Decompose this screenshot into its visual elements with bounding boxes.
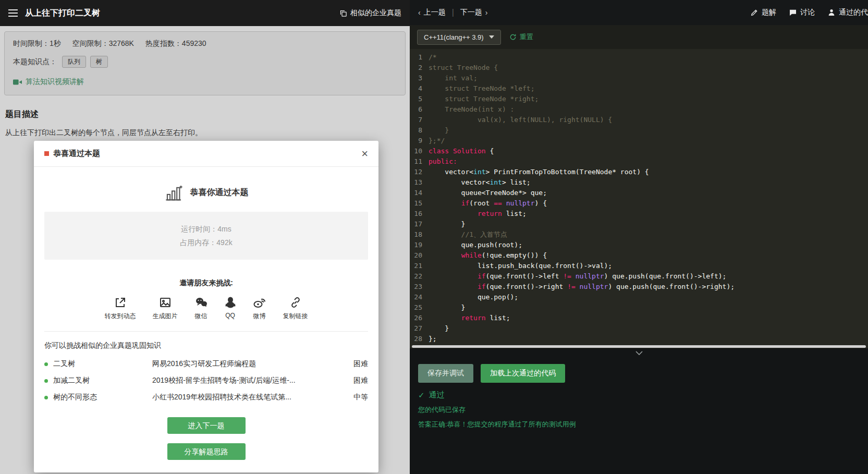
result-status: ✓ 通过 — [418, 390, 860, 400]
next-problem-button[interactable]: 进入下一题 — [167, 417, 246, 434]
line-number: 8 — [410, 125, 429, 136]
tag-tree[interactable]: 树 — [90, 56, 108, 68]
code-line[interactable]: 20 while(!que.empty()) { — [410, 250, 868, 261]
code-line[interactable]: 14 queue<TreeNode*> que; — [410, 188, 868, 198]
code-line[interactable]: 24 que.pop(); — [410, 292, 868, 302]
tag-queue[interactable]: 队列 — [62, 56, 86, 68]
congrats-row: 恭喜你通过本题 — [34, 184, 378, 201]
reset-code-button[interactable]: 重置 — [509, 32, 533, 42]
menu-icon[interactable] — [8, 9, 18, 17]
code-line[interactable]: 11public: — [410, 156, 868, 167]
share-qq[interactable]: QQ — [225, 296, 236, 321]
code-line[interactable]: 28}; — [410, 334, 868, 344]
line-number: 2 — [410, 63, 429, 73]
share-weibo[interactable]: 微博 — [253, 296, 266, 321]
code-line[interactable]: 27 } — [410, 323, 868, 334]
code-line[interactable]: 5 struct TreeNode *right; — [410, 94, 868, 104]
solution-explain-link[interactable]: 题解 — [750, 8, 776, 17]
code-line[interactable]: 15 if(root == nullptr) { — [410, 198, 868, 209]
problem-title: 从上往下打印二叉树 — [25, 8, 100, 19]
share-forward[interactable]: 转发到动态 — [105, 296, 136, 321]
achievement-chart-icon — [164, 184, 184, 201]
share-image[interactable]: 生成图片 — [153, 296, 178, 321]
similar-problems-link[interactable]: 相似的企业真题 — [339, 8, 401, 18]
editor-hscrollbar[interactable] — [410, 344, 868, 348]
code-text: } — [429, 302, 465, 313]
language-value: C++11(clang++ 3.9) — [424, 33, 484, 41]
code-line[interactable]: 7 val(x), left(NULL), right(NULL) { — [410, 115, 868, 125]
share-copy-link[interactable]: 复制链接 — [283, 296, 308, 321]
modal-title-icon — [44, 151, 49, 156]
problem-source: 小红书2019年校园招聘技术类在线笔试第... — [152, 393, 345, 402]
code-text: que.push(root); — [429, 240, 522, 250]
code-text: class Solution { — [429, 146, 494, 156]
code-line[interactable]: 3 int val; — [410, 73, 868, 83]
code-text: val(x), left(NULL), right(NULL) { — [429, 115, 612, 125]
share-solution-button[interactable]: 分享解题思路 — [167, 443, 246, 460]
code-line[interactable]: 8 } — [410, 125, 868, 136]
bullet-icon — [44, 396, 48, 399]
code-editor[interactable]: 1/*2struct TreeNode {3 int val;4 struct … — [410, 49, 868, 344]
code-line[interactable]: 17 } — [410, 219, 868, 229]
code-line[interactable]: 4 struct TreeNode *left; — [410, 83, 868, 94]
code-line[interactable]: 13 vector<int> list; — [410, 177, 868, 188]
load-last-passed-button[interactable]: 加载上次通过的代码 — [481, 364, 565, 383]
code-line[interactable]: 6 TreeNode(int x) : — [410, 104, 868, 115]
editor-toolbar: C++11(clang++ 3.9) 重置 — [410, 25, 868, 49]
line-number: 18 — [410, 229, 429, 240]
similar-problem-row[interactable]: 树的不同形态 小红书2019年校园招聘技术类在线笔试第... 中等 — [44, 389, 368, 406]
language-select[interactable]: C++11(clang++ 3.9) — [417, 30, 501, 45]
close-icon[interactable]: × — [361, 148, 368, 160]
problem-name: 加减二叉树 — [53, 376, 152, 385]
status-badge: 通过 — [429, 390, 445, 400]
code-line[interactable]: 9};*/ — [410, 136, 868, 146]
similar-problem-row[interactable]: 二叉树 网易2016实习研发工程师编程题 困难 — [44, 356, 368, 372]
line-number: 5 — [410, 94, 429, 104]
code-line[interactable]: 25 } — [410, 302, 868, 313]
success-modal: 恭喜通过本题 × 恭喜你通过本题 运行时间：4ms 占用内存：492k 邀请朋友… — [34, 141, 378, 472]
code-line[interactable]: 16 return list; — [410, 209, 868, 219]
code-line[interactable]: 26 return list; — [410, 313, 868, 323]
discussion-link[interactable]: 讨论 — [789, 8, 815, 17]
code-line[interactable]: 1/* — [410, 52, 868, 63]
code-line[interactable]: 10class Solution { — [410, 146, 868, 156]
similar-problem-row[interactable]: 加减二叉树 2019校招-留学生招聘专场-测试/后端/运维-... 困难 — [44, 372, 368, 389]
code-line[interactable]: 21 list.push_back(que.front()->val); — [410, 261, 868, 271]
code-text: vector<int> PrintFromTopToBottom(TreeNod… — [429, 167, 649, 177]
code-text: queue<TreeNode*> que; — [429, 188, 547, 198]
problem-difficulty: 中等 — [345, 393, 368, 402]
space-limit: 空间限制：32768K — [72, 39, 134, 47]
problem-description: 从上往下打印出二叉树的每个节点，同层节点从左至右打印。 — [5, 128, 410, 138]
share-wechat[interactable]: 微信 — [194, 296, 208, 321]
code-line[interactable]: 12 vector<int> PrintFromTopToBottom(Tree… — [410, 167, 868, 177]
code-lines[interactable]: 1/*2struct TreeNode {3 int val;4 struct … — [410, 52, 868, 344]
bullet-icon — [44, 362, 48, 366]
code-panel: ‹ 上一题 | 下一题 › 题解 讨论 — [410, 0, 868, 474]
code-line[interactable]: 19 que.push(root); — [410, 240, 868, 250]
modal-title: 恭喜通过本题 — [53, 149, 100, 159]
code-line[interactable]: 22 if(que.front()->left != nullptr) que.… — [410, 271, 868, 282]
line-number: 6 — [410, 104, 429, 115]
save-debug-button[interactable]: 保存并调试 — [418, 364, 473, 383]
prev-problem-label: 上一题 — [424, 8, 446, 17]
next-problem-link[interactable]: 下一题 › — [460, 8, 488, 17]
passed-code-link[interactable]: 通过的代码 — [827, 8, 868, 17]
person-icon — [827, 8, 836, 17]
line-number: 9 — [410, 136, 429, 146]
collapse-editor-handle[interactable] — [410, 348, 868, 358]
code-text: } — [429, 219, 465, 229]
prev-problem-link[interactable]: ‹ 上一题 — [418, 8, 446, 17]
code-line[interactable]: 18 //1、入首节点 — [410, 229, 868, 240]
result-area: ✓ 通过 您的代码已保存 答案正确:恭喜！您提交的程序通过了所有的测试用例 — [410, 383, 868, 436]
code-text: }; — [429, 334, 437, 344]
share-row: 转发到动态 生成图片 微信 — [34, 296, 378, 321]
code-line[interactable]: 23 if(que.front()->right != nullptr) que… — [410, 282, 868, 292]
line-number: 20 — [410, 250, 429, 261]
code-text: list.push_back(que.front()->val); — [429, 261, 612, 271]
code-line[interactable]: 2struct TreeNode { — [410, 63, 868, 73]
code-text: vector<int> list; — [429, 177, 531, 188]
nav-divider: | — [452, 8, 454, 17]
qq-icon — [225, 296, 236, 309]
video-tutorial-link[interactable]: 算法知识视频讲解 — [13, 77, 84, 87]
weibo-icon — [253, 296, 266, 309]
